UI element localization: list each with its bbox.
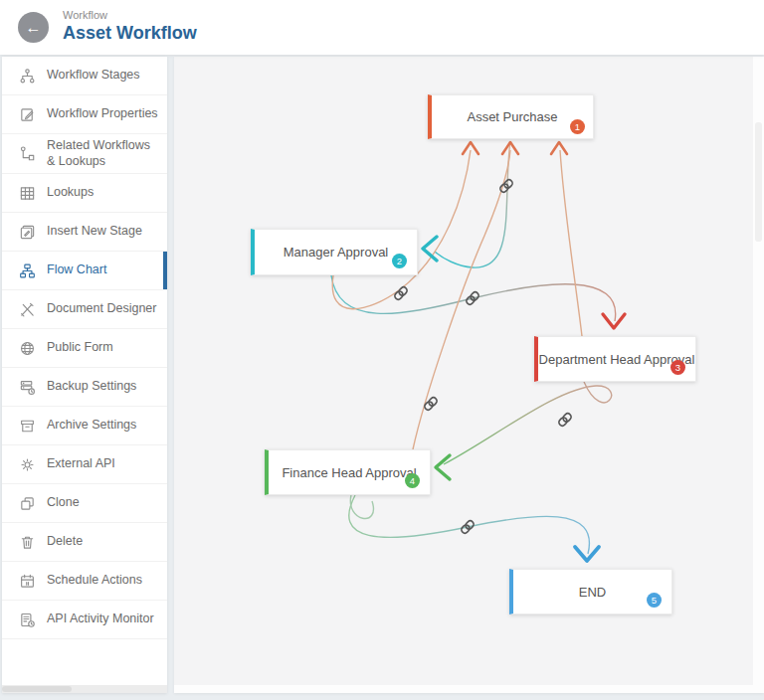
connector-department-to-asset [560, 150, 582, 336]
sidebar-item-label: External API [47, 456, 115, 472]
flow-node-manager-approval[interactable]: Manager Approval 2 [251, 229, 418, 275]
sidebar-item-public-form[interactable]: Public Form [2, 329, 167, 368]
connector-department-to-finance [444, 382, 612, 464]
sidebar-item-clone[interactable]: Clone [2, 484, 167, 523]
node-order-badge: 5 [647, 593, 662, 608]
sidebar-item-label: Schedule Actions [47, 573, 142, 589]
connector-finance-to-end [349, 495, 590, 554]
arrowhead-into-manager [423, 237, 437, 261]
backup-icon [19, 379, 36, 396]
node-label: END [579, 585, 606, 600]
sidebar-item-flow-chart[interactable]: Flow Chart [2, 252, 167, 290]
sidebar-item-insert-new-stage[interactable]: Insert New Stage [2, 213, 167, 252]
page-title: Asset Workflow [63, 23, 197, 44]
sidebar-item-api-activity-monitor[interactable]: API Activity Monitor [2, 601, 167, 639]
sidebar-item-label: Public Form [47, 340, 113, 356]
scrollbar-thumb[interactable] [2, 686, 72, 692]
breadcrumb: Workflow [63, 9, 107, 21]
node-label: Asset Purchase [467, 109, 557, 124]
scrollbar-thumb[interactable] [755, 122, 762, 242]
sidebar-item-label: Clone [47, 495, 80, 511]
flow-node-finance-head-approval[interactable]: Finance Head Approval 4 [265, 449, 431, 495]
node-order-badge: 2 [392, 254, 407, 268]
sidebar-item-label: Lookups [47, 185, 94, 201]
chain-link-icon[interactable] [394, 286, 409, 301]
sidebar-item-label: Flow Chart [47, 262, 106, 278]
node-label: Finance Head Approval [282, 465, 416, 480]
sidebar-item-delete[interactable]: Delete [2, 523, 167, 562]
canvas-vertical-scrollbar[interactable] [753, 57, 764, 685]
sidebar-item-label: Workflow Properties [47, 106, 158, 122]
connector-asset-to-manager [435, 141, 510, 267]
sidebar-item-external-api[interactable]: External API [2, 445, 167, 484]
table-icon [19, 185, 36, 202]
sidebar-item-lookups[interactable]: Lookups [2, 174, 167, 213]
hierarchy-icon [19, 145, 36, 162]
stages-icon [19, 68, 36, 85]
sidebar-item-schedule-actions[interactable]: Schedule Actions [2, 562, 167, 601]
clone-icon [19, 495, 36, 512]
arrowhead-into-finance [436, 455, 450, 479]
chain-link-icon[interactable] [499, 179, 514, 194]
gear-icon [19, 456, 36, 473]
sidebar-item-backup-settings[interactable]: Backup Settings [2, 368, 167, 407]
sidebar-item-document-designer[interactable]: Document Designer [2, 290, 167, 329]
flow-chart-canvas[interactable]: Asset Purchase 1 Manager Approval 2 Depa… [174, 57, 764, 693]
header: ← Workflow Asset Workflow [0, 0, 764, 55]
arrowhead-into-asset-3 [551, 142, 567, 154]
edit-document-icon [19, 106, 36, 123]
node-label: Manager Approval [284, 245, 389, 260]
trash-icon [19, 534, 36, 551]
arrowhead-into-department [603, 314, 625, 328]
sidebar-item-label: Related Workflows & Lookups [47, 138, 159, 169]
flow-chart-icon [19, 262, 36, 279]
back-button[interactable]: ← [18, 12, 49, 43]
crossed-pencils-icon [19, 301, 36, 318]
sidebar-item-label: Delete [47, 534, 83, 550]
sidebar-item-label: API Activity Monitor [47, 612, 154, 627]
sidebar-item-workflow-stages[interactable]: Workflow Stages [2, 57, 167, 95]
chain-link-icon[interactable] [558, 413, 573, 428]
sidebar-item-related-workflows[interactable]: Related Workflows & Lookups [2, 134, 167, 174]
flow-node-department-head-approval[interactable]: Department Head Approval 3 [534, 336, 696, 382]
node-order-badge: 4 [405, 473, 420, 488]
globe-icon [19, 340, 36, 357]
activity-monitor-icon [19, 612, 36, 628]
node-order-badge: 1 [570, 119, 585, 134]
sidebar-item-label: Insert New Stage [47, 224, 142, 240]
sidebar: Workflow Stages Workflow Properties Rela… [2, 57, 167, 693]
calendar-icon [19, 573, 36, 590]
sidebar-item-label: Workflow Stages [47, 68, 140, 84]
flow-node-end[interactable]: END 5 [509, 569, 672, 614]
arrowhead-into-end [575, 547, 599, 561]
canvas-horizontal-scrollbar[interactable] [174, 685, 764, 693]
sidebar-item-archive-settings[interactable]: Archive Settings [2, 407, 167, 445]
sidebar-item-label: Backup Settings [47, 379, 136, 395]
sidebar-item-label: Document Designer [47, 301, 156, 317]
sidebar-horizontal-scrollbar[interactable] [2, 685, 167, 693]
node-order-badge: 3 [670, 360, 685, 375]
back-arrow-icon: ← [26, 19, 42, 37]
sidebar-item-workflow-properties[interactable]: Workflow Properties [2, 95, 167, 134]
insert-stage-icon [19, 224, 36, 241]
flow-node-asset-purchase[interactable]: Asset Purchase 1 [428, 94, 594, 139]
chain-link-icon[interactable] [424, 397, 439, 412]
sidebar-item-label: Archive Settings [47, 418, 136, 434]
archive-icon [19, 418, 36, 435]
